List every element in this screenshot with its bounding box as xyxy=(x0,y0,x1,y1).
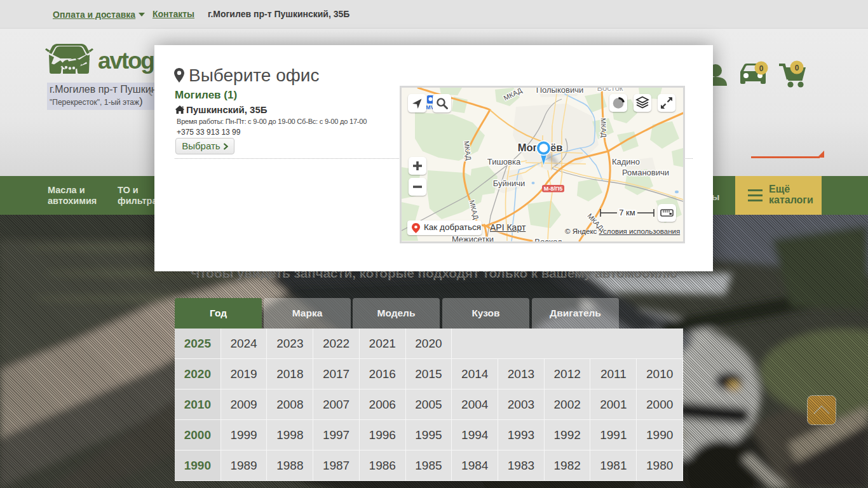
svg-text:0: 0 xyxy=(759,64,764,73)
svg-text:МКАД: МКАД xyxy=(599,118,607,138)
svg-text:Восток: Восток xyxy=(597,88,623,93)
svg-text:Буйничи: Буйничи xyxy=(493,179,525,188)
svg-text:Межисетки: Межисетки xyxy=(452,234,494,241)
svg-text:М-8/П5: М-8/П5 xyxy=(544,186,562,192)
svg-text:0: 0 xyxy=(795,64,799,72)
svg-text:Романовичи: Романовичи xyxy=(622,168,669,177)
svg-text:Восход: Восход xyxy=(534,237,562,241)
svg-text:7 км: 7 км xyxy=(619,208,635,217)
svg-text:Кадино: Кадино xyxy=(612,157,640,166)
svg-text:Полыковичи: Полыковичи xyxy=(536,88,583,95)
svg-text:Тишовка: Тишовка xyxy=(487,157,521,166)
